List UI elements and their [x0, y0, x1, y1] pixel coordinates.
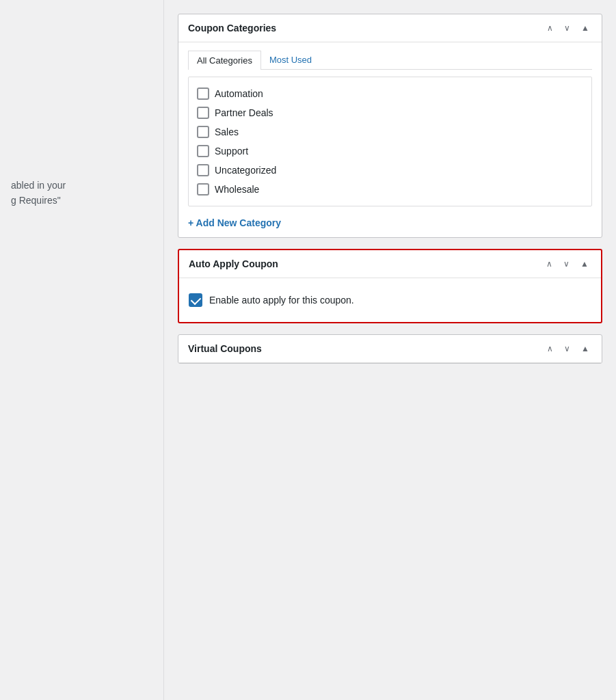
main-content: Coupon Categories ∧ ∨ ▲ All Categories M…: [164, 0, 616, 700]
auto-apply-coupon-header: Auto Apply Coupon ∧ ∨ ▲: [179, 250, 601, 278]
tab-all-categories[interactable]: All Categories: [188, 51, 261, 70]
coupon-categories-controls: ∧ ∨ ▲: [544, 23, 592, 33]
category-item-sales: Sales: [196, 122, 585, 142]
coupon-categories-widget: Coupon Categories ∧ ∨ ▲ All Categories M…: [178, 14, 602, 238]
auto-apply-controls: ∧ ∨ ▲: [544, 258, 591, 269]
virtual-coupons-title: Virtual Coupons: [188, 343, 262, 354]
coupon-categories-expand-btn[interactable]: ▲: [578, 23, 592, 33]
auto-apply-down-btn[interactable]: ∨: [561, 258, 572, 269]
checkbox-automation[interactable]: [197, 88, 209, 100]
label-support[interactable]: Support: [215, 146, 248, 157]
tab-most-used[interactable]: Most Used: [261, 51, 320, 70]
categories-tabs: All Categories Most Used: [188, 51, 592, 70]
label-wholesale[interactable]: Wholesale: [215, 184, 259, 195]
coupon-categories-down-btn[interactable]: ∨: [561, 23, 573, 33]
auto-apply-coupon-title: Auto Apply Coupon: [189, 258, 278, 269]
coupon-categories-title: Coupon Categories: [188, 23, 276, 33]
category-list-box: Automation Partner Deals Sales Support U…: [188, 77, 592, 206]
left-text-1: abled in your: [11, 178, 152, 193]
checkbox-wholesale[interactable]: [197, 183, 209, 196]
label-automation[interactable]: Automation: [215, 88, 263, 99]
left-panel: abled in your g Requires": [0, 0, 164, 700]
auto-apply-expand-btn[interactable]: ▲: [578, 258, 591, 269]
auto-apply-coupon-widget: Auto Apply Coupon ∧ ∨ ▲ Enable auto appl…: [178, 249, 602, 323]
virtual-coupons-header: Virtual Coupons ∧ ∨ ▲: [178, 335, 602, 363]
label-uncategorized[interactable]: Uncategorized: [215, 165, 276, 176]
coupon-categories-up-btn[interactable]: ∧: [544, 23, 556, 33]
auto-apply-row: Enable auto apply for this coupon.: [189, 286, 591, 314]
category-item-support: Support: [196, 142, 585, 161]
category-item-uncategorized: Uncategorized: [196, 161, 585, 180]
auto-apply-label[interactable]: Enable auto apply for this coupon.: [209, 295, 354, 306]
checkbox-uncategorized[interactable]: [197, 164, 209, 176]
virtual-coupons-widget: Virtual Coupons ∧ ∨ ▲: [178, 334, 602, 364]
auto-apply-up-btn[interactable]: ∧: [544, 258, 555, 269]
left-text-2: g Requires": [11, 193, 152, 208]
virtual-coupons-controls: ∧ ∨ ▲: [544, 343, 592, 354]
virtual-coupons-expand-btn[interactable]: ▲: [578, 343, 592, 354]
category-item-wholesale: Wholesale: [196, 180, 585, 199]
checkbox-sales[interactable]: [197, 126, 209, 138]
checkbox-support[interactable]: [197, 145, 209, 157]
label-sales[interactable]: Sales: [215, 126, 239, 137]
auto-apply-checkbox[interactable]: [189, 293, 202, 307]
label-partner-deals[interactable]: Partner Deals: [215, 107, 273, 118]
coupon-categories-body: All Categories Most Used Automation Part…: [178, 42, 602, 237]
category-item-partner-deals: Partner Deals: [196, 103, 585, 122]
category-item-automation: Automation: [196, 84, 585, 103]
coupon-categories-header: Coupon Categories ∧ ∨ ▲: [178, 14, 602, 42]
virtual-coupons-up-btn[interactable]: ∧: [544, 343, 556, 354]
auto-apply-coupon-body: Enable auto apply for this coupon.: [179, 278, 601, 322]
add-new-category-link[interactable]: + Add New Category: [188, 217, 281, 228]
virtual-coupons-down-btn[interactable]: ∨: [561, 343, 573, 354]
checkbox-partner-deals[interactable]: [197, 107, 209, 119]
